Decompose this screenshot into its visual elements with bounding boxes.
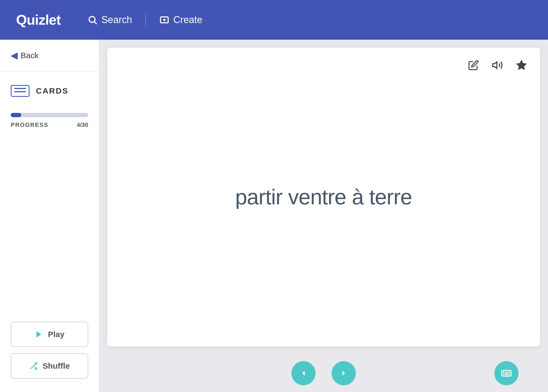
svg-rect-12 bbox=[502, 371, 511, 376]
keyboard-icon bbox=[501, 368, 512, 379]
sidebar: ◀ Back CARDS PROGRESS 4/30 bbox=[0, 40, 99, 392]
content-area: partir ventre à terre bbox=[99, 40, 548, 392]
progress-label: PROGRESS bbox=[11, 121, 49, 128]
create-label: Create bbox=[173, 14, 202, 25]
progress-info: PROGRESS 4/30 bbox=[11, 121, 88, 128]
cards-icon-inner bbox=[11, 85, 29, 97]
sidebar-buttons: Play Shuffle bbox=[0, 314, 99, 392]
svg-marker-8 bbox=[493, 62, 497, 69]
shuffle-button[interactable]: Shuffle bbox=[11, 353, 88, 379]
svg-marker-5 bbox=[36, 331, 41, 338]
prev-card-button[interactable] bbox=[291, 361, 316, 385]
logo: Quizlet bbox=[16, 12, 61, 28]
search-label: Search bbox=[101, 14, 132, 25]
svg-marker-11 bbox=[343, 371, 345, 376]
create-icon bbox=[159, 15, 169, 25]
progress-bar-container bbox=[11, 113, 88, 117]
card-actions bbox=[466, 57, 529, 75]
play-icon bbox=[35, 330, 43, 339]
svg-point-0 bbox=[89, 16, 95, 22]
next-card-button[interactable] bbox=[332, 361, 356, 385]
search-nav-item[interactable]: Search bbox=[87, 14, 132, 25]
create-nav-item[interactable]: Create bbox=[159, 14, 202, 25]
main-layout: ◀ Back CARDS PROGRESS 4/30 bbox=[0, 40, 548, 392]
back-chevron-icon: ◀ bbox=[11, 50, 17, 61]
back-label: Back bbox=[21, 51, 39, 60]
next-arrow-icon bbox=[339, 368, 349, 378]
svg-marker-9 bbox=[517, 61, 526, 69]
edit-button[interactable] bbox=[466, 58, 481, 75]
shuffle-label: Shuffle bbox=[43, 361, 70, 371]
sound-button[interactable] bbox=[490, 57, 505, 75]
bottom-nav bbox=[107, 354, 540, 392]
star-button[interactable] bbox=[514, 57, 529, 75]
flashcard[interactable]: partir ventre à terre bbox=[107, 48, 540, 346]
play-button[interactable]: Play bbox=[11, 322, 88, 347]
star-icon bbox=[516, 60, 527, 71]
cards-section: CARDS bbox=[11, 85, 88, 97]
back-button[interactable]: ◀ Back bbox=[0, 40, 99, 72]
card-text: partir ventre à terre bbox=[235, 185, 412, 209]
progress-section: PROGRESS 4/30 bbox=[11, 113, 88, 128]
prev-arrow-icon bbox=[299, 368, 308, 378]
progress-count: 4/30 bbox=[77, 121, 88, 128]
cards-label: CARDS bbox=[36, 86, 69, 95]
progress-bar-fill bbox=[11, 113, 21, 117]
shuffle-icon bbox=[29, 362, 38, 370]
nav-arrows bbox=[115, 361, 532, 385]
app-header: Quizlet Search Create bbox=[0, 0, 548, 40]
pencil-icon bbox=[468, 60, 479, 71]
play-label: Play bbox=[48, 330, 65, 339]
sound-icon bbox=[492, 60, 503, 71]
search-icon bbox=[87, 15, 98, 25]
keyboard-button[interactable] bbox=[494, 361, 519, 385]
svg-marker-10 bbox=[302, 371, 305, 376]
cards-icon bbox=[11, 85, 29, 97]
sidebar-content: CARDS PROGRESS 4/30 bbox=[0, 72, 99, 314]
svg-line-1 bbox=[94, 22, 97, 24]
